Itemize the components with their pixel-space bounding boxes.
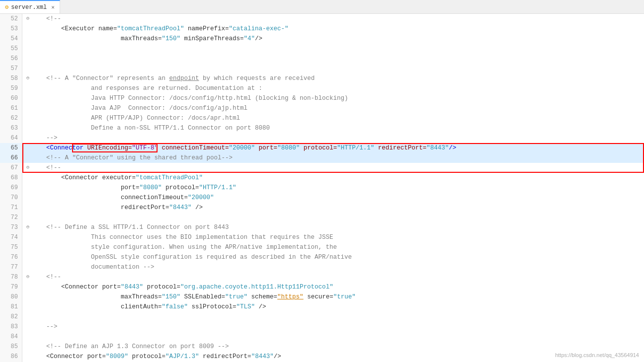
code-token: style configuration. When using the APR/… bbox=[91, 242, 337, 252]
line-number: 59 bbox=[0, 83, 22, 93]
code-token: protocol= bbox=[128, 352, 165, 362]
fold-marker bbox=[26, 322, 31, 332]
code-line: ⊖ <!-- bbox=[22, 14, 644, 24]
fold-marker bbox=[26, 203, 31, 213]
fold-marker[interactable]: ⊖ bbox=[26, 272, 31, 282]
fold-marker bbox=[26, 153, 31, 163]
code-token: documentation --> bbox=[91, 262, 155, 272]
fold-marker bbox=[26, 173, 31, 183]
fold-marker bbox=[26, 44, 31, 54]
indent bbox=[31, 34, 121, 44]
fold-marker bbox=[26, 64, 31, 73]
code-token: "false" bbox=[162, 302, 188, 312]
code-line: maxThreads="150" minSpareThreads="4"/> bbox=[22, 34, 644, 44]
indent bbox=[31, 14, 46, 24]
code-token: <!-- Define a SSL HTTP/1.1 Connector on … bbox=[46, 222, 229, 232]
code-line: ⊖ <!-- bbox=[22, 272, 644, 282]
indent bbox=[31, 83, 91, 93]
code-line: ⊖ <!-- A "Connector" represents an endpo… bbox=[22, 73, 644, 83]
code-token: <Connector port= bbox=[46, 352, 106, 362]
code-token: protocol= bbox=[162, 183, 199, 193]
fold-marker bbox=[26, 183, 31, 193]
code-editor: 5253545556575859606162636465666768697071… bbox=[0, 14, 644, 362]
line-number: 79 bbox=[0, 282, 22, 292]
line-number: 78 bbox=[0, 272, 22, 282]
code-line: maxThreads="150" SSLEnabled="true" schem… bbox=[22, 292, 644, 302]
fold-marker[interactable]: ⊖ bbox=[26, 222, 31, 232]
fold-marker bbox=[26, 332, 31, 342]
indent bbox=[31, 242, 91, 252]
code-token: represents an bbox=[113, 73, 169, 83]
code-token: <Executor name= bbox=[61, 24, 117, 34]
code-token: "org.apache.coyote.http11.Http11Protocol… bbox=[180, 282, 333, 292]
code-token: --> bbox=[46, 133, 58, 143]
indent bbox=[31, 262, 91, 272]
fold-marker bbox=[26, 34, 31, 44]
line-number: 86 bbox=[0, 352, 22, 362]
code-token: "Connector" bbox=[73, 73, 114, 83]
code-line: and responses are returned. Documentatio… bbox=[22, 83, 644, 93]
code-token: minSpareThreads= bbox=[180, 34, 244, 44]
code-token: "catalina-exec-" bbox=[229, 24, 289, 34]
indent bbox=[31, 153, 46, 163]
code-token: "true" bbox=[225, 292, 247, 302]
indent bbox=[31, 24, 61, 34]
line-number: 73 bbox=[0, 222, 22, 232]
line-number: 65 bbox=[0, 143, 22, 153]
code-token: secure= bbox=[304, 292, 333, 302]
code-token: "AJP/1.3" bbox=[165, 352, 199, 362]
code-token: /> bbox=[255, 34, 262, 44]
fold-marker[interactable]: ⊖ bbox=[26, 73, 31, 83]
code-token: connectionTimeout= bbox=[121, 193, 188, 203]
code-token: This connector uses the BIO implementati… bbox=[91, 232, 333, 242]
code-token: "tomcatThreadPool" bbox=[117, 24, 184, 34]
line-number: 57 bbox=[0, 64, 22, 73]
indent bbox=[31, 292, 121, 302]
line-number: 62 bbox=[0, 113, 22, 123]
code-token: "true" bbox=[333, 292, 356, 302]
code-token: "150" bbox=[162, 34, 181, 44]
indent bbox=[31, 73, 46, 83]
code-token: maxThreads= bbox=[121, 34, 162, 44]
fold-marker bbox=[26, 103, 31, 113]
code-line: <Connector URIEncoding="UTF-8" connectio… bbox=[22, 143, 644, 153]
code-line: port="8080" protocol="HTTP/1.1" bbox=[22, 183, 644, 193]
file-tab[interactable]: ⚙ server.xml ✕ bbox=[0, 0, 60, 13]
code-token: <!-- A bbox=[46, 153, 73, 163]
code-content: ⊖ <!-- <Executor name="tomcatThreadPool"… bbox=[22, 14, 644, 362]
fold-marker[interactable]: ⊖ bbox=[26, 14, 31, 24]
fold-marker bbox=[26, 342, 31, 352]
indent bbox=[31, 322, 46, 332]
code-token: "HTTP/1.1" bbox=[199, 183, 237, 193]
code-token: clientAuth= bbox=[121, 302, 162, 312]
indent bbox=[31, 163, 46, 173]
code-token: "TLS" bbox=[237, 302, 255, 312]
tab-bar: ⚙ server.xml ✕ bbox=[0, 0, 644, 14]
fold-marker bbox=[26, 213, 31, 222]
code-token: using the shared thread pool--> bbox=[113, 153, 233, 163]
code-line: Java HTTP Connector: /docs/config/http.h… bbox=[22, 93, 644, 103]
code-token: APR (HTTP/AJP) Connector: /docs/apr.html bbox=[91, 113, 240, 123]
fold-marker bbox=[26, 242, 31, 252]
line-number: 52 bbox=[0, 14, 22, 24]
fold-marker[interactable]: ⊖ bbox=[26, 163, 31, 173]
code-token: redirectPort= bbox=[121, 203, 169, 213]
code-token: "8009" bbox=[106, 352, 128, 362]
code-token: connectionTimeout= bbox=[158, 143, 229, 153]
code-token: redirectPort= bbox=[374, 143, 426, 153]
code-token: "8080" bbox=[277, 143, 300, 153]
code-token: <!-- bbox=[46, 163, 61, 173]
code-token: scheme= bbox=[247, 292, 277, 302]
tab-close-button[interactable]: ✕ bbox=[51, 4, 55, 10]
indent bbox=[31, 232, 91, 242]
code-line: Java AJP Connector: /docs/config/ajp.htm… bbox=[22, 103, 644, 113]
line-number: 56 bbox=[0, 54, 22, 64]
fold-marker bbox=[26, 282, 31, 292]
indent bbox=[31, 282, 61, 292]
indent bbox=[31, 103, 91, 113]
editor: ⚙ server.xml ✕ 5253545556575859606162636… bbox=[0, 0, 644, 362]
code-line bbox=[22, 54, 644, 64]
fold-marker bbox=[26, 262, 31, 272]
code-token: <!-- bbox=[46, 14, 61, 24]
fold-marker bbox=[26, 312, 31, 322]
